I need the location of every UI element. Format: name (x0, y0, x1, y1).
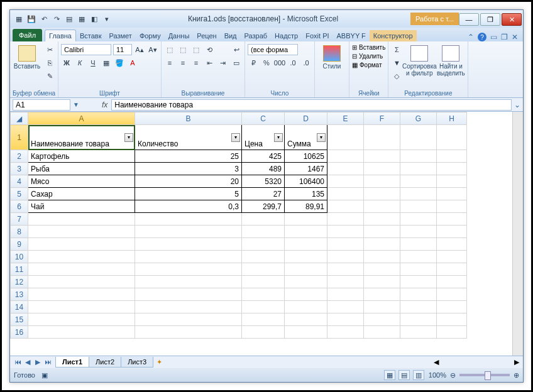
window-close-icon[interactable]: ✕ (512, 33, 518, 41)
sheet-tab-Лист2[interactable]: Лист2 (89, 357, 121, 368)
filter-icon[interactable]: ▾ (124, 133, 133, 142)
shrink-font-icon[interactable]: A▾ (147, 44, 158, 55)
filter-icon[interactable]: ▾ (317, 133, 326, 142)
row-header-13[interactable]: 13 (11, 288, 28, 301)
cell-F16[interactable] (364, 326, 400, 339)
tab-file[interactable]: Файл (13, 29, 42, 41)
decrease-decimal-icon[interactable]: .0 (300, 57, 312, 68)
cell-E9[interactable] (327, 238, 364, 251)
cell-A16[interactable] (28, 326, 135, 339)
cell-E13[interactable] (327, 288, 364, 301)
align-center-icon[interactable]: ≡ (177, 57, 189, 68)
row-header-2[interactable]: 2 (11, 150, 28, 163)
cell-G9[interactable] (400, 238, 437, 251)
cell-C2[interactable]: 425 (242, 150, 285, 163)
cell-A15[interactable] (28, 313, 135, 326)
cell-C10[interactable] (242, 251, 285, 263)
cell-C5[interactable]: 27 (242, 188, 285, 200)
cell-F9[interactable] (364, 238, 400, 251)
qat-icon[interactable]: ▤ (64, 14, 74, 24)
font-size-combo[interactable]: 11 (113, 44, 132, 55)
col-header-H[interactable]: H (437, 112, 467, 125)
cut-icon[interactable]: ✂ (44, 44, 55, 55)
cell-A14[interactable] (28, 301, 135, 313)
minimize-ribbon-icon[interactable]: ⌃ (468, 33, 474, 41)
cell-F10[interactable] (364, 251, 400, 263)
format-cells-button[interactable]: ▦ Формат (352, 62, 385, 68)
row-header-8[interactable]: 8 (11, 226, 28, 238)
cell-F6[interactable] (364, 200, 400, 213)
col-header-C[interactable]: C (242, 112, 285, 125)
sheet-nav-last-icon[interactable]: ⏭ (43, 358, 53, 366)
cell-B9[interactable] (135, 238, 242, 251)
indent-inc-icon[interactable]: ⇥ (217, 57, 228, 68)
page-break-view-icon[interactable]: ▥ (413, 370, 424, 380)
increase-decimal-icon[interactable]: .0 (287, 57, 299, 68)
cell-A7[interactable] (28, 213, 135, 226)
styles-button[interactable]: Стили (317, 43, 346, 70)
sheet-nav-next-icon[interactable]: ▶ (33, 358, 43, 366)
cell-D1[interactable]: Сумма▾ (285, 125, 327, 150)
cell-H8[interactable] (437, 226, 467, 238)
cell-C15[interactable] (242, 313, 285, 326)
cell-G6[interactable] (400, 200, 437, 213)
tab-context[interactable]: Конструктор (370, 30, 417, 41)
currency-icon[interactable]: ₽ (248, 57, 259, 68)
cell-H14[interactable] (437, 301, 467, 313)
filter-icon[interactable]: ▾ (274, 133, 283, 142)
sheet-nav-prev-icon[interactable]: ◀ (23, 358, 33, 366)
cell-B8[interactable] (135, 226, 242, 238)
row-header-3[interactable]: 3 (11, 163, 28, 175)
qat-dropdown-icon[interactable]: ▾ (102, 14, 112, 24)
fx-icon[interactable]: fx (98, 101, 111, 109)
cell-D15[interactable] (285, 313, 327, 326)
cell-G16[interactable] (400, 326, 437, 339)
cell-H3[interactable] (437, 163, 467, 175)
cell-D11[interactable] (285, 263, 327, 276)
window-min-icon[interactable]: ▭ (490, 33, 497, 41)
cell-C3[interactable]: 489 (242, 163, 285, 175)
cell-C9[interactable] (242, 238, 285, 251)
cell-F11[interactable] (364, 263, 400, 276)
tab-данны[interactable]: Данны (165, 30, 194, 41)
cell-E15[interactable] (327, 313, 364, 326)
align-right-icon[interactable]: ≡ (190, 57, 202, 68)
row-header-12[interactable]: 12 (11, 276, 28, 288)
cell-E8[interactable] (327, 226, 364, 238)
cell-H12[interactable] (437, 276, 467, 288)
autosum-icon[interactable]: Σ (391, 44, 402, 55)
cell-D4[interactable]: 106400 (285, 175, 327, 188)
row-header-5[interactable]: 5 (11, 188, 28, 200)
cell-E3[interactable] (327, 163, 364, 175)
cell-E5[interactable] (327, 188, 364, 200)
col-header-D[interactable]: D (285, 112, 327, 125)
zoom-in-icon[interactable]: ⊕ (514, 371, 519, 379)
row-header-10[interactable]: 10 (11, 251, 28, 263)
cell-B11[interactable] (135, 263, 242, 276)
col-header-E[interactable]: E (327, 112, 364, 125)
new-sheet-icon[interactable]: ✦ (153, 358, 166, 366)
cell-E16[interactable] (327, 326, 364, 339)
cell-H6[interactable] (437, 200, 467, 213)
paste-button[interactable]: Вставить (13, 43, 41, 70)
cell-E6[interactable] (327, 200, 364, 213)
row-header-9[interactable]: 9 (11, 238, 28, 251)
row-header-16[interactable]: 16 (11, 326, 28, 339)
undo-icon[interactable]: ↶ (39, 14, 49, 24)
cell-C4[interactable]: 5320 (242, 175, 285, 188)
tab-foxit pi[interactable]: Foxit PI (302, 30, 332, 41)
cell-G14[interactable] (400, 301, 437, 313)
cell-A6[interactable]: Чай (28, 200, 135, 213)
format-painter-icon[interactable]: ✎ (44, 70, 55, 82)
cell-B5[interactable]: 5 (135, 188, 242, 200)
row-header-11[interactable]: 11 (11, 263, 28, 276)
cell-E7[interactable] (327, 213, 364, 226)
hscroll-right-icon[interactable]: ▶ (514, 358, 519, 366)
align-middle-icon[interactable]: ⬚ (177, 44, 189, 55)
vertical-scrollbar[interactable] (512, 112, 523, 356)
window-restore-icon[interactable]: ❐ (501, 33, 508, 41)
font-color-icon[interactable]: A (127, 57, 138, 68)
cell-E1[interactable] (327, 125, 364, 150)
tab-abbyy f[interactable]: ABBYY F (333, 30, 370, 41)
orientation-icon[interactable]: ⟲ (204, 44, 215, 55)
